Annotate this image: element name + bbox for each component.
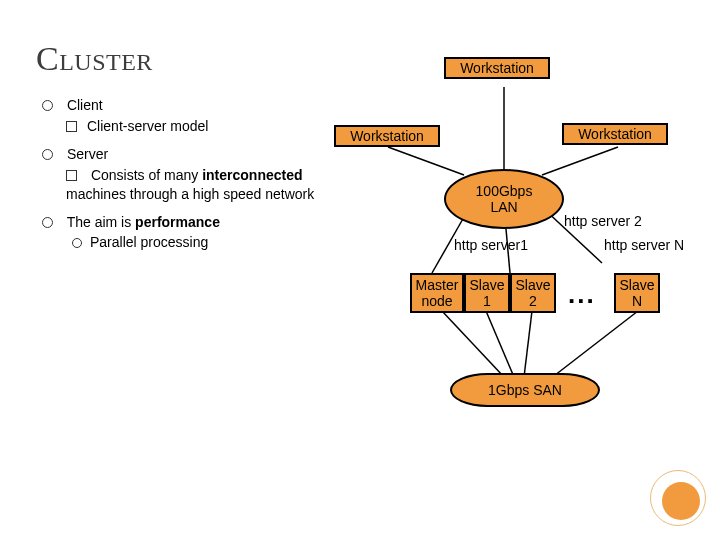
slave-n-node: Slave N bbox=[614, 273, 660, 313]
page-title: Cluster bbox=[36, 40, 684, 77]
http-server-1-label: http server1 bbox=[454, 237, 528, 253]
slaves-ellipsis: ... bbox=[568, 279, 596, 310]
svg-line-8 bbox=[524, 311, 532, 377]
master-node: Master node bbox=[410, 273, 464, 313]
bullet-aim-sub: Parallel processing bbox=[72, 234, 316, 250]
bullet-column: Client Client-server model Server Consis… bbox=[36, 87, 316, 447]
bullet-server: Server Consists of many interconnected m… bbox=[42, 146, 316, 204]
http-server-2-label: http server 2 bbox=[564, 213, 642, 229]
bullet-aim: The aim is performance Parallel processi… bbox=[42, 214, 316, 250]
cluster-diagram: Workstation Workstation Workstation 100G… bbox=[324, 87, 684, 447]
slave-2-node: Slave 2 bbox=[510, 273, 556, 313]
bullet-client: Client Client-server model bbox=[42, 97, 316, 136]
svg-line-1 bbox=[388, 147, 464, 175]
workstation-top: Workstation bbox=[444, 57, 550, 79]
bullet-server-label: Server bbox=[67, 146, 108, 162]
bullet-server-sub: Consists of many interconnected machines… bbox=[66, 166, 316, 204]
slave-1-node: Slave 1 bbox=[464, 273, 510, 313]
bullet-client-label: Client bbox=[67, 97, 103, 113]
server-sub-strong: interconnected bbox=[202, 167, 302, 183]
svg-line-9 bbox=[550, 311, 638, 379]
workstation-right: Workstation bbox=[562, 123, 668, 145]
aim-pre: The aim is bbox=[67, 214, 135, 230]
svg-line-7 bbox=[486, 311, 514, 377]
svg-line-2 bbox=[542, 147, 618, 175]
svg-line-6 bbox=[442, 311, 504, 377]
server-sub-pre: Consists of many bbox=[91, 167, 202, 183]
lan-node: 100Gbps LAN bbox=[444, 169, 564, 229]
bullet-client-sub: Client-server model bbox=[66, 117, 316, 136]
san-node: 1Gbps SAN bbox=[450, 373, 600, 407]
slide-decoration bbox=[648, 468, 708, 528]
http-server-n-label: http server N bbox=[604, 237, 684, 253]
aim-strong: performance bbox=[135, 214, 220, 230]
server-sub-post: machines through a high speed network bbox=[66, 186, 314, 202]
workstation-left: Workstation bbox=[334, 125, 440, 147]
